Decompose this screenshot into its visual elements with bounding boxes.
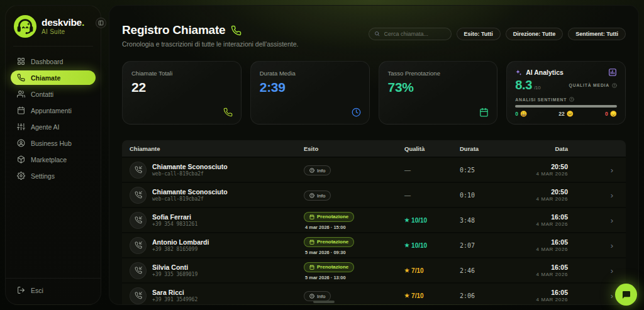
sidebar-item-business-hub[interactable]: Business Hub [11,136,96,150]
table-header: Chiamante Esito Qualità Durata Data [122,140,626,157]
info-icon [309,193,314,198]
contacts-icon [17,90,25,98]
quality-rating: ★10/10 [404,217,460,224]
table-row[interactable]: Sofia Ferrari +39 354 9831261 Prenotazio… [122,207,626,232]
star-icon: ★ [404,292,409,299]
sparkles-icon [515,69,522,76]
logout-button[interactable]: Esci [17,286,89,294]
page-subtitle: Cronologia e trascrizioni di tutte le in… [122,40,298,48]
call-duration: 2:07 [460,242,514,249]
caller-id: +39 391 3549962 [152,297,197,302]
happy-emoji-icon: 😄 [520,111,527,117]
sidebar-item-label: Marketplace [31,156,67,163]
caller-id: web-call-819cba2f [152,171,228,177]
user-circle-icon [17,139,25,147]
caller-avatar [130,237,147,254]
filter-sentiment[interactable]: Sentiment: Tutti [568,28,626,40]
analisi-sentiment-label: ANALISI SENTIMENT [515,97,617,102]
call-time: 16:05 [514,213,568,221]
calendar-icon [17,106,25,114]
incoming-call-icon [135,241,142,249]
chevron-right-icon[interactable]: › [598,165,626,175]
info-icon [309,294,314,299]
horizontal-scrollbar-thumb[interactable] [313,301,335,303]
bar-chart-icon[interactable] [608,68,617,77]
stat-card-ai-analytics: AI Analytics 8.3/10 QUALITÀ MEDIA ANALIS… [506,61,626,125]
column-header-qualita: Qualità [404,145,460,152]
incoming-call-icon [135,216,142,224]
logout-label: Esci [31,287,43,294]
quality-rating: ★— [404,167,460,174]
sidebar-item-agente-ai[interactable]: Agente AI [11,119,96,134]
esito-label: Info [317,168,325,174]
sidebar: deskvibe. AI Suite Dashboard Chiamate Co… [5,5,101,305]
column-header-esito: Esito [304,145,404,152]
package-icon [17,155,25,163]
table-row[interactable]: Silvia Conti +39 335 3689019 Prenotazion… [122,257,626,282]
sidebar-item-settings[interactable]: Settings [11,169,96,183]
call-duration: 2:46 [460,267,514,274]
info-icon[interactable] [569,97,574,102]
stat-value: 73% [388,80,489,95]
table-row[interactable]: Antonio Lombardi +39 382 8165099 Prenota… [122,232,626,257]
esito-label: Info [317,294,325,299]
sidebar-collapse-button[interactable] [96,18,106,28]
caller-avatar [130,262,147,279]
stats-row: Chiamate Totali 22 Durata Media 2:39 Tas… [122,61,626,125]
sidebar-item-label: Agente AI [31,123,60,131]
column-header-data: Data [514,145,598,152]
esito-label: Prenotazione [317,239,348,245]
search-icon [374,31,380,36]
table-row[interactable]: Chiamante Sconosciuto web-call-819cba2f … [122,182,626,207]
sad-emoji-icon: 😞 [610,111,617,117]
brand-logo: deskvibe. AI Suite [6,6,101,46]
column-header-chiamante: Chiamante [130,145,304,152]
chevron-right-icon[interactable]: › [598,216,626,225]
stat-label: Chiamate Totali [131,70,232,77]
table-row[interactable]: Sara Ricci +39 391 3549962 Info Info ★7/… [122,282,626,305]
sidebar-item-label: Dashboard [31,58,63,65]
call-date: 4 MAR 2026 [514,221,568,227]
phone-icon [223,108,233,117]
calendar-icon [309,265,314,270]
search-input[interactable] [369,28,452,40]
caller-name: Chiamante Sconosciuto [152,163,228,171]
esito-info-badge: Info [304,191,331,201]
quality-rating: ★7/10 [404,292,460,299]
sidebar-item-dashboard[interactable]: Dashboard [11,54,96,69]
call-date: 4 MAR 2026 [514,246,568,252]
sidebar-menu: Dashboard Chiamate Contatti Appuntamenti… [6,47,101,191]
stat-card-durata-media: Durata Media 2:39 [250,61,370,125]
call-date: 4 MAR 2026 [514,272,568,277]
chevron-right-icon[interactable]: › [598,266,626,275]
calendar-icon [309,240,314,245]
sidebar-item-chiamate[interactable]: Chiamate [11,70,96,85]
chevron-right-icon[interactable]: › [598,191,626,200]
calls-table: Chiamante Esito Qualità Durata Data Chia… [122,140,626,305]
toolbar: Esito: Tutti Direzione: Tutte Sentiment:… [369,27,626,40]
phone-icon [17,74,25,82]
sidebar-item-marketplace[interactable]: Marketplace [11,152,96,167]
page-header: Registro Chiamate Cronologia e trascrizi… [122,23,298,48]
filter-esito[interactable]: Esito: Tutti [457,28,501,40]
clock-icon [352,108,361,117]
caller-name: Silvia Conti [152,263,197,272]
info-icon[interactable] [612,83,617,88]
sidebar-item-contatti[interactable]: Contatti [11,87,96,101]
table-row[interactable]: Chiamante Sconosciuto web-call-819cba2f … [122,157,626,182]
call-time: 20:50 [514,188,568,196]
filter-direzione[interactable]: Direzione: Tutte [506,28,563,40]
sidebar-item-appuntamenti[interactable]: Appuntamenti [11,103,96,118]
quality-rating: ★7/10 [404,267,460,274]
caller-id: +39 335 3689019 [152,272,197,277]
sidebar-item-label: Settings [31,172,55,180]
sidebar-item-label: Appuntamenti [31,107,72,114]
caller-name: Sofia Ferrari [152,213,197,221]
call-duration: 0:10 [460,192,514,199]
sliders-icon [17,123,25,131]
chat-fab-button[interactable] [615,284,637,306]
chevron-right-icon[interactable]: › [598,241,626,250]
call-time: 16:05 [514,263,568,271]
caller-name: Sara Ricci [152,289,197,297]
dashboard-icon [17,57,25,65]
